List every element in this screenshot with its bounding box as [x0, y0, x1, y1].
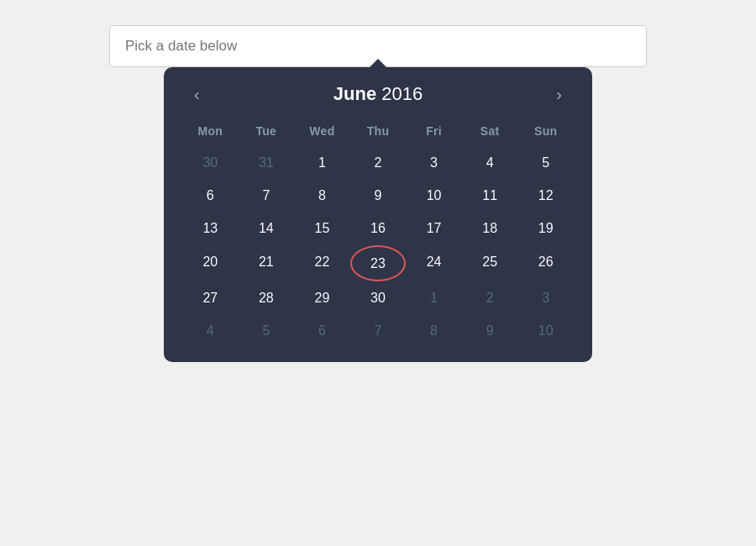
day-cell-other: 10 [517, 314, 574, 347]
day-cell-other: 30 [182, 146, 239, 179]
date-input[interactable] [125, 38, 631, 55]
calendar-header: ‹ June 2016 › [182, 82, 574, 106]
day-cell[interactable]: 27 [182, 281, 239, 314]
prev-month-button[interactable]: ‹ [186, 82, 208, 106]
day-cell[interactable]: 19 [517, 212, 574, 244]
day-cell-other: 8 [406, 314, 462, 347]
day-cell[interactable]: 24 [406, 245, 462, 281]
day-cell-other: 31 [239, 146, 295, 179]
next-month-button[interactable]: › [548, 82, 570, 106]
day-cell[interactable]: 18 [462, 212, 518, 244]
day-cell[interactable]: 16 [350, 212, 407, 244]
month-label: June [333, 83, 376, 104]
day-cell-other: 7 [350, 314, 407, 347]
day-cell[interactable]: 11 [462, 179, 518, 212]
day-cell[interactable]: 6 [182, 179, 239, 212]
day-cell[interactable]: 1 [294, 146, 350, 179]
day-cell-other: 6 [294, 314, 350, 347]
day-cell[interactable]: 7 [239, 179, 295, 212]
calendar-grid: MonTueWedThuFriSatSun3031123456789101112… [182, 119, 574, 347]
day-cell[interactable]: 12 [517, 179, 574, 212]
day-cell-other: 3 [517, 281, 574, 314]
month-year-label: June 2016 [333, 83, 423, 105]
day-cell[interactable]: 17 [406, 212, 462, 244]
day-cell[interactable]: 25 [462, 245, 518, 281]
day-cell[interactable]: 29 [294, 281, 350, 314]
day-cell[interactable]: 9 [350, 179, 407, 212]
day-cell[interactable]: 26 [517, 245, 574, 281]
day-header: Fri [406, 119, 462, 146]
day-cell-other: 1 [406, 281, 462, 314]
day-cell[interactable]: 4 [462, 146, 518, 179]
day-cell[interactable]: 13 [182, 212, 239, 244]
day-cell[interactable]: 30 [350, 281, 407, 314]
day-cell[interactable]: 8 [294, 179, 350, 212]
day-cell[interactable]: 22 [294, 245, 350, 281]
day-cell-other: 4 [182, 314, 239, 347]
day-header: Sat [462, 119, 518, 146]
day-cell-other: 5 [239, 314, 295, 347]
day-cell[interactable]: 15 [294, 212, 350, 244]
day-header: Mon [182, 119, 239, 146]
year-label: 2016 [381, 83, 423, 104]
day-header: Thu [350, 119, 407, 146]
day-cell[interactable]: 23 [350, 245, 407, 281]
day-cell[interactable]: 5 [517, 146, 574, 179]
day-cell[interactable]: 28 [239, 281, 295, 314]
day-header: Wed [294, 119, 350, 146]
day-header: Sun [517, 119, 574, 146]
day-cell[interactable]: 14 [239, 212, 295, 244]
day-cell[interactable]: 20 [182, 245, 239, 281]
day-header: Tue [239, 119, 295, 146]
day-cell-other: 9 [462, 314, 518, 347]
day-cell[interactable]: 10 [406, 179, 462, 212]
day-cell[interactable]: 21 [239, 245, 295, 281]
day-cell[interactable]: 3 [406, 146, 462, 179]
day-cell[interactable]: 2 [350, 146, 407, 179]
calendar: ‹ June 2016 › MonTueWedThuFriSatSun30311… [164, 67, 592, 362]
day-cell-other: 2 [462, 281, 518, 314]
date-picker-container: ‹ June 2016 › MonTueWedThuFriSatSun30311… [109, 25, 647, 362]
